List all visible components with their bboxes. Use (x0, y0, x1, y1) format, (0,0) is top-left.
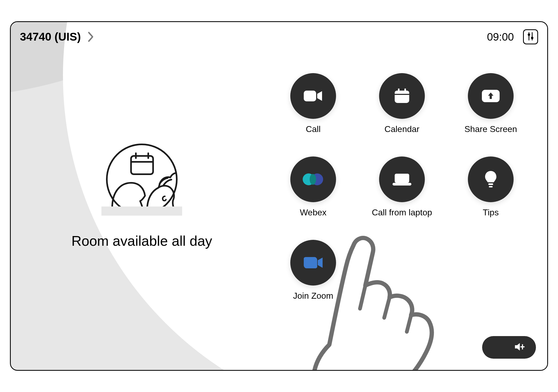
app-join-zoom[interactable]: Join Zoom (273, 240, 354, 310)
app-call-from-laptop[interactable]: Call from laptop (362, 156, 442, 226)
clock: 09:00 (487, 31, 514, 43)
lightbulb-icon (468, 156, 514, 202)
svg-rect-12 (395, 91, 409, 94)
volume-button[interactable] (482, 336, 536, 359)
room-name: 34740 (UIS) (20, 30, 81, 43)
room-selector-button[interactable]: 34740 (UIS) (20, 30, 94, 43)
calendar-icon (379, 73, 425, 119)
app-share-screen[interactable]: Share Screen (450, 73, 531, 143)
svg-rect-23 (489, 186, 493, 187)
svg-point-1 (528, 34, 530, 36)
app-tips[interactable]: Tips (450, 156, 531, 226)
volume-up-icon (514, 341, 527, 353)
share-screen-icon (468, 73, 514, 119)
svg-rect-5 (131, 156, 153, 174)
app-call[interactable]: Call (273, 73, 354, 143)
svg-rect-20 (395, 174, 409, 183)
room-status-text: Room available all day (71, 233, 212, 249)
room-available-illustration (96, 138, 188, 217)
app-calendar[interactable]: Calendar (362, 73, 442, 143)
top-bar: 34740 (UIS) 09:00 (11, 22, 547, 52)
app-label: Call from laptop (372, 208, 432, 218)
svg-rect-15 (404, 88, 406, 92)
svg-rect-13 (395, 94, 409, 95)
svg-rect-9 (101, 206, 182, 216)
svg-rect-21 (393, 183, 411, 186)
status-pane: Room available all day (11, 22, 273, 370)
svg-point-19 (310, 174, 316, 185)
app-label: Webex (300, 208, 326, 218)
laptop-icon (379, 156, 425, 202)
app-label: Call (306, 124, 320, 134)
webex-icon (290, 156, 336, 202)
apps-pane: Call Calendar (273, 22, 547, 370)
zoom-icon (290, 240, 336, 286)
svg-rect-22 (488, 183, 493, 185)
app-label: Calendar (384, 124, 419, 134)
touch-panel: 34740 (UIS) 09:00 (10, 21, 548, 371)
app-webex[interactable]: Webex (273, 156, 354, 226)
sliders-icon (527, 32, 534, 42)
svg-rect-14 (398, 88, 400, 92)
svg-rect-10 (304, 91, 316, 101)
svg-point-3 (531, 37, 534, 39)
camera-icon (290, 73, 336, 119)
chevron-right-icon (88, 31, 94, 42)
app-label: Share Screen (464, 124, 517, 134)
app-label: Join Zoom (293, 291, 333, 301)
app-label: Tips (483, 208, 499, 218)
settings-button[interactable] (523, 29, 538, 44)
apps-grid: Call Calendar (273, 73, 526, 310)
